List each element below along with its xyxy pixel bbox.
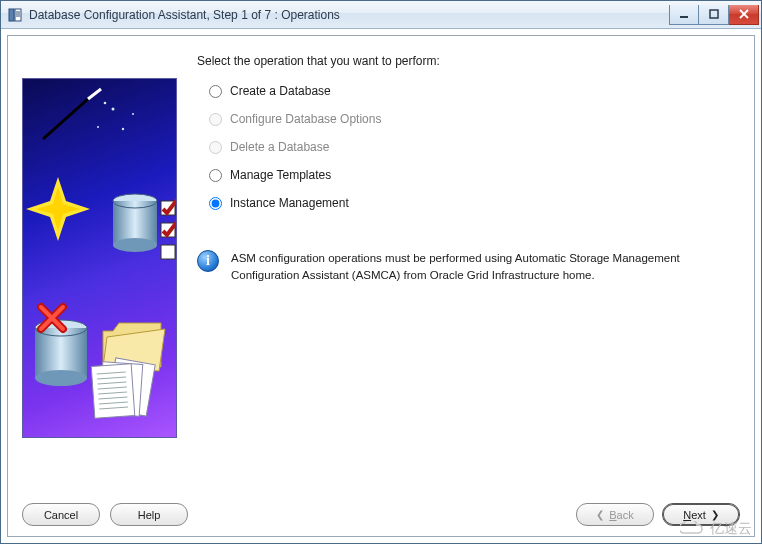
option-label-config: Configure Database Options [230, 112, 381, 126]
option-create: Create a Database [209, 84, 740, 98]
window-root: Database Configuration Assistant, Step 1… [0, 0, 762, 544]
svg-line-10 [88, 89, 101, 99]
window-title: Database Configuration Assistant, Step 1… [29, 8, 669, 22]
option-radio-instance[interactable] [209, 197, 222, 210]
close-button[interactable] [729, 5, 759, 25]
option-template: Manage Templates [209, 168, 740, 182]
option-instance: Instance Management [209, 196, 740, 210]
svg-rect-0 [9, 9, 14, 21]
app-icon [7, 7, 23, 23]
info-icon: i [197, 250, 219, 272]
operation-options: Create a DatabaseConfigure Database Opti… [209, 84, 740, 210]
next-arrow-icon: ❯ [711, 509, 719, 520]
svg-rect-35 [91, 364, 135, 419]
svg-point-12 [122, 128, 124, 130]
button-bar: Cancel Help ❮ Back Next ❯ [22, 493, 740, 526]
info-text: ASM configuration operations must be per… [231, 250, 740, 283]
svg-point-14 [132, 113, 134, 115]
next-label: Next [683, 509, 706, 521]
back-button[interactable]: ❮ Back [576, 503, 654, 526]
svg-rect-6 [710, 10, 718, 18]
svg-line-9 [43, 99, 88, 139]
wizard-panel: Select the operation that you want to pe… [7, 35, 755, 537]
maximize-button[interactable] [699, 5, 729, 25]
svg-rect-24 [161, 245, 175, 259]
option-label-instance[interactable]: Instance Management [230, 196, 349, 210]
wizard-side-image [22, 78, 177, 438]
option-radio-template[interactable] [209, 169, 222, 182]
svg-point-20 [113, 238, 157, 252]
svg-point-15 [104, 102, 107, 105]
window-controls [669, 5, 759, 25]
svg-point-13 [97, 126, 99, 128]
option-radio-delete [209, 141, 222, 154]
svg-marker-17 [36, 187, 80, 231]
option-label-delete: Delete a Database [230, 140, 329, 154]
main-area: Select the operation that you want to pe… [197, 48, 740, 493]
option-config: Configure Database Options [209, 112, 740, 126]
option-delete: Delete a Database [209, 140, 740, 154]
back-arrow-icon: ❮ [596, 509, 604, 520]
minimize-button[interactable] [669, 5, 699, 25]
option-label-template[interactable]: Manage Templates [230, 168, 331, 182]
next-button[interactable]: Next ❯ [662, 503, 740, 526]
cancel-button[interactable]: Cancel [22, 503, 100, 526]
content-row: Select the operation that you want to pe… [22, 48, 740, 493]
back-label: Back [609, 509, 633, 521]
titlebar: Database Configuration Assistant, Step 1… [1, 1, 761, 29]
option-radio-config [209, 113, 222, 126]
help-button[interactable]: Help [110, 503, 188, 526]
svg-rect-1 [15, 9, 21, 21]
svg-point-27 [35, 370, 87, 386]
option-label-create[interactable]: Create a Database [230, 84, 331, 98]
option-radio-create[interactable] [209, 85, 222, 98]
svg-point-11 [112, 108, 115, 111]
instruction-text: Select the operation that you want to pe… [197, 54, 740, 68]
info-row: i ASM configuration operations must be p… [197, 250, 740, 283]
